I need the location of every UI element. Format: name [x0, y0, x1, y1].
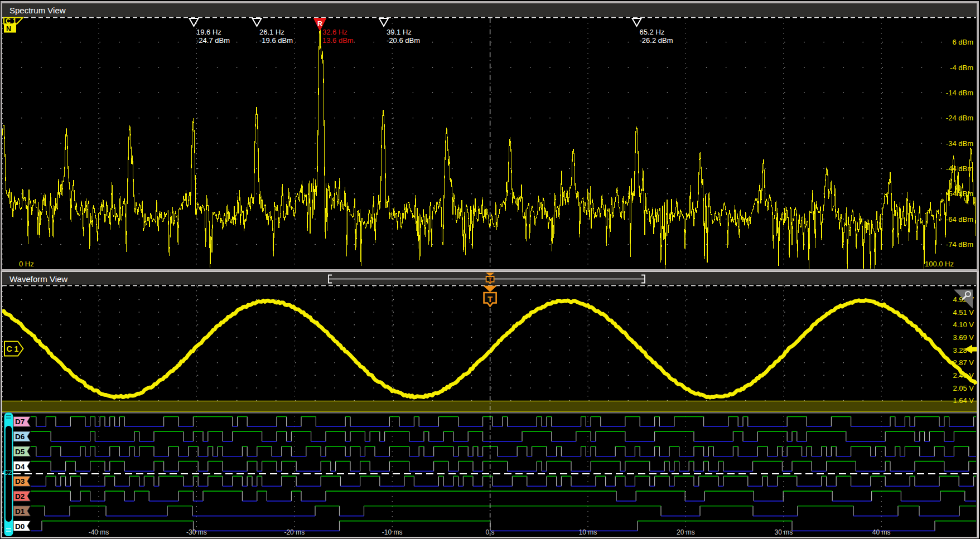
svg-text:10 ms: 10 ms [579, 528, 597, 536]
svg-text:-10 ms: -10 ms [382, 528, 403, 536]
svg-text:30 ms: 30 ms [774, 528, 793, 536]
svg-text:40 ms: 40 ms [872, 528, 891, 536]
svg-text:2.05 V: 2.05 V [953, 384, 974, 392]
svg-text:-30 ms: -30 ms [186, 528, 207, 536]
svg-text:2.87 V: 2.87 V [953, 358, 974, 367]
svg-text:-44 dBm: -44 dBm [946, 164, 973, 173]
svg-text:D5: D5 [15, 448, 25, 456]
svg-text:19.6 Hz: 19.6 Hz [196, 28, 221, 36]
svg-text:65.2 Hz: 65.2 Hz [640, 28, 665, 36]
svg-text:D4: D4 [15, 463, 25, 471]
svg-text:4.10 V: 4.10 V [953, 321, 974, 329]
svg-text:D2: D2 [15, 492, 25, 501]
svg-text:D0: D0 [15, 522, 25, 531]
svg-text:4.51 V: 4.51 V [953, 308, 974, 317]
svg-text:-26.2 dBm: -26.2 dBm [640, 36, 673, 45]
svg-text:-24 dBm: -24 dBm [946, 114, 973, 122]
svg-text:Waveform View: Waveform View [9, 274, 67, 284]
svg-text:100.0 Hz: 100.0 Hz [925, 260, 954, 268]
svg-text:6 dBm: 6 dBm [952, 38, 973, 46]
svg-text:-40 ms: -40 ms [89, 528, 109, 536]
svg-text:N: N [6, 25, 11, 33]
svg-text:Spectrum View: Spectrum View [9, 6, 66, 15]
svg-text:-24.7 dBm: -24.7 dBm [196, 36, 230, 45]
svg-text:-34 dBm: -34 dBm [946, 139, 973, 148]
svg-text:0 Hz: 0 Hz [19, 260, 34, 268]
svg-text:D6: D6 [15, 433, 25, 441]
svg-text:T: T [487, 294, 493, 304]
svg-text:-20.6 dBm: -20.6 dBm [387, 36, 420, 45]
svg-text:26.1 Hz: 26.1 Hz [259, 28, 284, 36]
svg-text:D7: D7 [15, 417, 25, 426]
svg-text:32.6 Hz: 32.6 Hz [322, 28, 347, 36]
svg-text:-20 ms: -20 ms [284, 528, 305, 536]
svg-text:20 ms: 20 ms [677, 528, 695, 536]
svg-text:-74 dBm: -74 dBm [946, 240, 973, 249]
svg-text:-64 dBm: -64 dBm [946, 215, 973, 224]
svg-text:D1: D1 [15, 507, 25, 516]
svg-text:2.46 V: 2.46 V [953, 371, 974, 380]
svg-text:39.1 Hz: 39.1 Hz [387, 28, 412, 36]
svg-text:3.69 V: 3.69 V [953, 333, 974, 342]
svg-text:-4 dBm: -4 dBm [950, 64, 973, 72]
svg-text:1.64 V: 1.64 V [953, 396, 974, 405]
svg-text:C 1: C 1 [7, 344, 19, 353]
svg-text:R: R [317, 20, 322, 28]
svg-text:C2: C2 [3, 469, 12, 477]
svg-text:T: T [489, 277, 492, 283]
svg-text:-19.6 dBm: -19.6 dBm [259, 36, 293, 45]
svg-text:-14 dBm: -14 dBm [946, 89, 973, 97]
svg-text:0 s: 0 s [486, 528, 495, 536]
svg-text:-54 dBm: -54 dBm [946, 190, 973, 198]
svg-text:D3: D3 [15, 477, 25, 485]
svg-text:C 1: C 1 [6, 17, 17, 25]
svg-text:13.6 dBm: 13.6 dBm [322, 36, 354, 45]
